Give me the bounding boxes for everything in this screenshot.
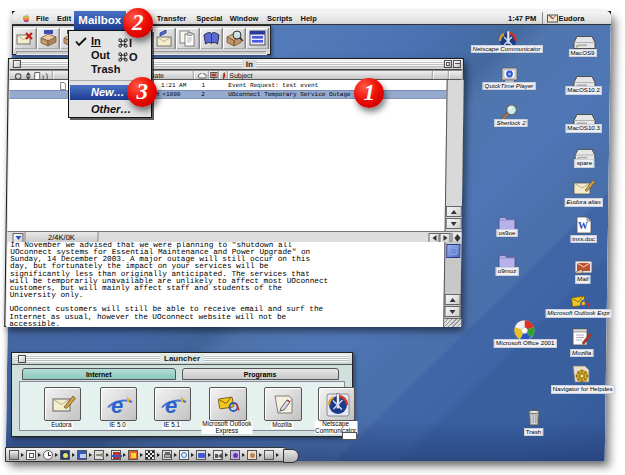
svg-text:e: e [111, 393, 123, 418]
svg-text:e: e [165, 393, 177, 418]
svg-text:W: W [578, 220, 588, 231]
